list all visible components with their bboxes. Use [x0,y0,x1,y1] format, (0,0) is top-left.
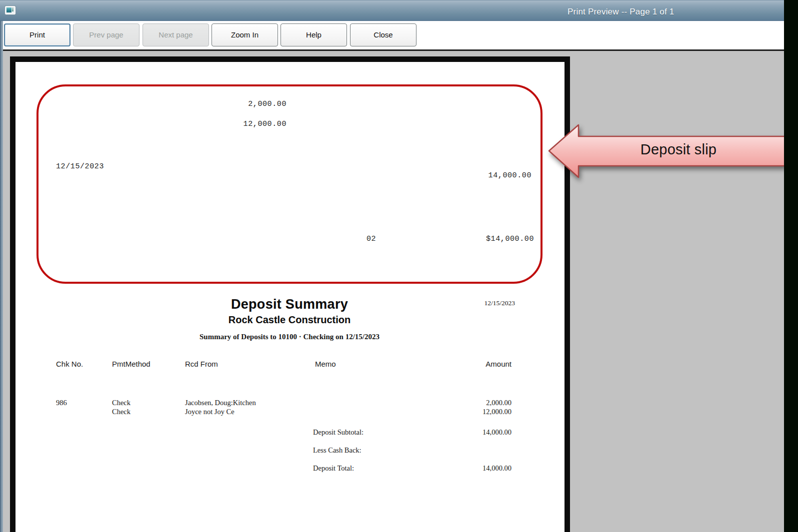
less-cash-back-label: Less Cash Back: [313,446,362,455]
window-icon-screen [6,7,12,12]
help-button[interactable]: Help [280,23,347,46]
slip-total: $14,000.00 [486,235,534,243]
column-header-pmtmethod: PmtMethod [112,360,150,368]
print-preview-window: Print Preview -- Page 1 of 1 Print Prev … [0,0,798,532]
summary-subtitle: Summary of Deposits to 10100 · Checking … [16,333,564,341]
window-title: Print Preview -- Page 1 of 1 [568,7,674,17]
summary-date: 12/15/2023 [484,299,515,307]
title-bar: Print Preview -- Page 1 of 1 [0,0,784,21]
toolbar: Print Prev page Next page Zoom In Help C… [0,21,784,49]
close-button[interactable]: Close [350,23,416,46]
slip-date: 12/15/2023 [56,162,104,171]
deposit-subtotal-label: Deposit Subtotal: [313,428,364,437]
slip-amount-1: 2,000.00 [248,100,286,108]
window-icon [5,6,16,14]
table-row-amount: 2,000.00 [486,399,512,407]
table-row-method: Check [112,408,130,416]
deposit-total-label: Deposit Total: [313,464,354,473]
window-icon-strip [12,7,14,11]
callout-label: Deposit slip [578,141,778,158]
next-page-button[interactable]: Next page [142,23,209,46]
print-button[interactable]: Print [4,23,70,46]
prev-page-button[interactable]: Prev page [73,23,140,46]
summary-company: Rock Castle Construction [16,314,564,326]
table-row-method: Check [112,399,130,407]
column-header-amount: Amount [486,360,512,368]
deposit-slip-highlight-outline [36,84,542,284]
deposit-total-value: 14,000.00 [482,464,512,473]
column-header-chk-no: Chk No. [56,360,83,368]
slip-amount-2: 12,000.00 [244,120,286,128]
slip-items-count: 02 [366,235,376,243]
column-header-rcd-from: Rcd From [185,360,218,368]
deposit-subtotal-value: 14,000.00 [482,428,512,437]
screen-right-edge [784,0,798,532]
table-row-rcd-from: Joyce not Joy Ce [185,408,234,416]
zoom-in-button[interactable]: Zoom In [212,23,278,46]
column-header-memo: Memo [315,360,336,368]
table-row-chk: 986 [56,399,67,407]
summary-title: Deposit Summary [16,297,564,312]
slip-subtotal: 14,000.00 [488,171,532,180]
table-row-rcd-from: Jacobsen, Doug:Kitchen [185,399,256,407]
table-row-amount: 12,000.00 [482,408,512,416]
